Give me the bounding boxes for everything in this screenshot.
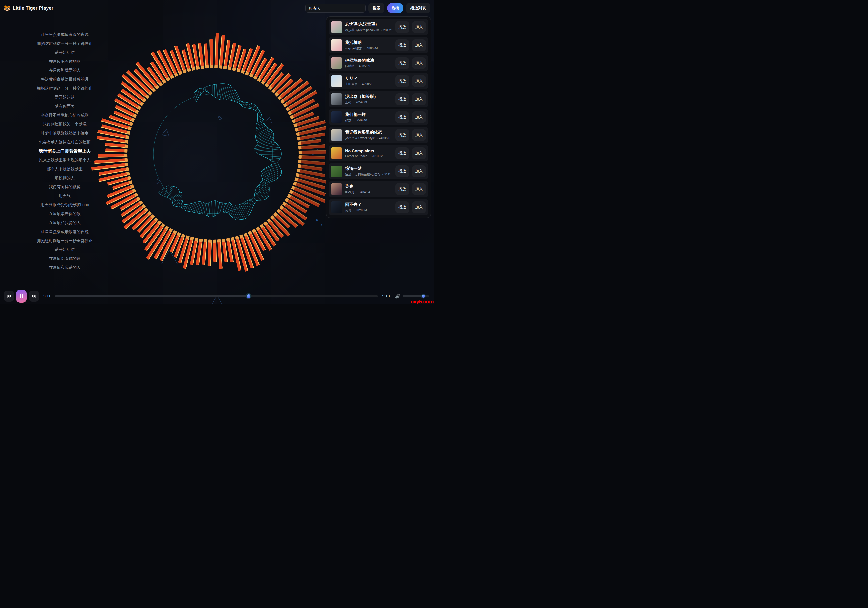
play-song-button[interactable]: 播放 [395, 111, 409, 123]
song-title: 没出息（加长版） [345, 94, 392, 100]
lyric-line[interactable]: 爱开始纠结 [55, 93, 74, 102]
lyric-line[interactable]: 在屋顶和我爱的人 [49, 66, 81, 75]
song-artist: 王搏 [345, 101, 351, 104]
add-song-button[interactable]: 加入 [412, 93, 426, 105]
pause-button[interactable] [16, 289, 26, 303]
lyrics-panel: 让星星点缀成最浪漫的夜晚拥抱这时刻这一分一秒全都停止爱开始纠结在屋顶唱着你的歌在… [5, 30, 124, 272]
song-meta: 希尔薇Sylvie/alpaca咕噜·2817:12 [345, 28, 392, 33]
song-duration: 3434:54 [359, 190, 370, 194]
progress-bar[interactable] [55, 295, 378, 297]
app-title: Little Tiger Player [13, 5, 53, 11]
playlist-button[interactable]: 播放列表 [406, 3, 430, 14]
album-cover [331, 57, 342, 69]
lyric-line[interactable]: 睡梦中被敲醒我还是不确定 [41, 129, 88, 138]
song-info: 我们都一样 张杰·5049:46 [345, 112, 392, 123]
hot-chart-button[interactable]: 热榜 [387, 3, 403, 14]
lyric-line[interactable]: 拥抱这时刻这一分一秒全都停止 [37, 39, 93, 48]
song-meta-separator: · [353, 118, 354, 122]
lyric-line[interactable]: 在屋顶和我爱的人 [49, 263, 81, 272]
lyric-line[interactable]: 在屋顶唱着你的歌 [49, 57, 81, 66]
play-song-button[interactable]: 播放 [395, 129, 409, 141]
lyric-line[interactable]: 爱开始纠结 [55, 245, 74, 254]
header: 🐯 Little Tiger Player 搜索 热榜 播放列表 [0, 0, 434, 16]
volume-handle[interactable] [421, 294, 426, 299]
song-meta: 张杰·5049:46 [345, 118, 392, 123]
add-song-button[interactable]: 加入 [412, 21, 426, 33]
watermark: cxy5.com [411, 299, 434, 304]
song-artist: 傅菁 [345, 208, 351, 212]
album-cover [331, 22, 342, 33]
lyric-line[interactable]: 我悄悄关上门带着希望上去 [39, 147, 91, 155]
lyric-line[interactable]: 在屋顶唱着你的歌 [49, 209, 81, 218]
lyric-line[interactable]: 拥抱这时刻这一分一秒全都停止 [37, 236, 93, 245]
search-input[interactable] [305, 4, 366, 13]
song-info: 染春 回春丹·3434:54 [345, 184, 392, 194]
lyric-line[interactable]: 半夜睡不着觉把心情哼成歌 [41, 111, 88, 120]
add-song-button[interactable]: 加入 [412, 148, 426, 159]
add-song-button[interactable]: 加入 [412, 129, 426, 141]
lyric-line[interactable]: 那个人不就是我梦里 [47, 165, 83, 174]
song-row: 忘忧谣(东汉童谣) 希尔薇Sylvie/alpaca咕噜·2817:12 播放 … [329, 19, 428, 35]
play-song-button[interactable]: 播放 [395, 75, 409, 87]
lyric-line[interactable]: 在屋顶唱着你的歌 [49, 254, 81, 263]
lyric-line[interactable]: 只好到屋顶找另一个梦境 [43, 120, 87, 129]
add-song-button[interactable]: 加入 [412, 165, 426, 177]
add-song-button[interactable]: 加入 [412, 183, 426, 195]
song-meta-separator: · [364, 47, 365, 50]
play-song-button[interactable]: 播放 [395, 201, 409, 213]
lyric-line[interactable]: 怎会有动人旋律在对面的屋顶 [39, 138, 91, 147]
play-song-button[interactable]: 播放 [395, 57, 409, 69]
song-meta: 孙建平 & Sweet Style·4433:20 [345, 136, 392, 140]
volume-fill [403, 295, 423, 297]
song-meta: 回春丹·3434:54 [345, 190, 392, 194]
lyric-line[interactable]: 爱开始纠结 [55, 48, 74, 57]
volume-slider[interactable] [403, 295, 429, 297]
lyric-line[interactable]: 让星星点缀成最浪漫的夜晚 [41, 227, 88, 236]
speaker-icon[interactable]: 🔊 [395, 293, 400, 299]
next-icon [32, 294, 36, 298]
progress-handle[interactable] [246, 293, 251, 299]
song-info: 没出息（加长版） 王搏·2059:39 [345, 94, 392, 104]
song-meta: 阮暖暖·4235:59 [345, 64, 392, 68]
lyric-line[interactable]: 梦有你而美 [55, 102, 74, 111]
play-song-button[interactable]: 播放 [395, 93, 409, 105]
play-song-button[interactable]: 播放 [395, 165, 409, 177]
lyric-line[interactable]: 那模糊的人 [55, 174, 74, 182]
song-meta: 傅菁·3828:34 [345, 208, 392, 213]
hot-song-list: 忘忧谣(东汉童谣) 希尔薇Sylvie/alpaca咕噜·2817:12 播放 … [326, 16, 431, 218]
previous-track-button[interactable] [4, 291, 14, 302]
song-duration: 2817:12 [383, 28, 392, 32]
pause-icon [20, 294, 23, 298]
song-meta-separator: · [377, 137, 378, 140]
song-artist: 回春丹 [345, 190, 355, 194]
song-meta-separator: · [382, 173, 383, 176]
lyric-line[interactable]: 让星星点缀成最浪漫的夜晚 [41, 30, 88, 39]
lyric-line[interactable]: 用天线 [59, 191, 71, 201]
add-song-button[interactable]: 加入 [412, 75, 426, 87]
album-cover [331, 93, 342, 105]
add-song-button[interactable]: 加入 [412, 111, 426, 123]
next-track-button[interactable] [29, 291, 39, 302]
album-cover [331, 39, 342, 51]
add-song-button[interactable]: 加入 [412, 57, 426, 69]
progress-fill [55, 295, 249, 297]
song-artist: 凌晨一点的莱茵猫/心语馆 [345, 173, 380, 176]
song-info: No Complaints Father of Peace·2010:12 [345, 149, 392, 158]
play-song-button[interactable]: 播放 [395, 39, 409, 51]
song-list-scrollbar[interactable] [432, 174, 433, 217]
add-song-button[interactable]: 加入 [412, 39, 426, 51]
lyric-line[interactable]: 拥抱这时刻这一分一秒全都停止 [37, 84, 93, 93]
lyric-line[interactable]: 原来是我梦里常出现的那个人 [39, 155, 91, 165]
song-duration: 3111:00 [384, 173, 392, 176]
search-button[interactable]: 搜索 [368, 3, 384, 14]
play-song-button[interactable]: 播放 [395, 21, 409, 33]
lyric-line[interactable]: 在屋顶和我爱的人 [49, 218, 81, 227]
lyric-line[interactable]: 用天线排成爱你的形状hoho [40, 201, 89, 209]
lyric-line[interactable]: 我们有同样的默契 [49, 182, 81, 191]
song-title: 我活着呐 [345, 40, 392, 45]
lyric-line[interactable]: 将泛黄的夜献给最孤独的月 [41, 75, 88, 84]
play-song-button[interactable]: 播放 [395, 183, 409, 195]
add-song-button[interactable]: 加入 [412, 201, 426, 213]
play-song-button[interactable]: 播放 [395, 148, 409, 159]
album-cover [331, 166, 342, 177]
